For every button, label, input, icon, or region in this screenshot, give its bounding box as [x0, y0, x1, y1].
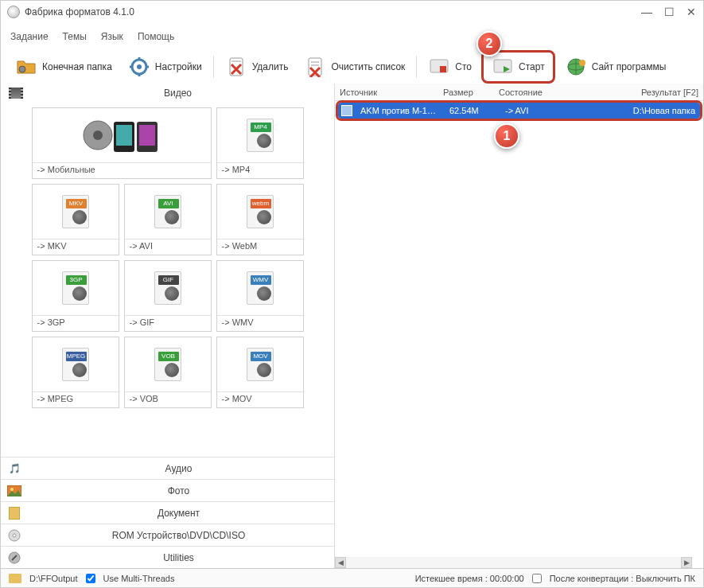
minimize-button[interactable]: — [641, 6, 652, 18]
settings-button[interactable]: Настройки [122, 53, 208, 81]
format-label: -> GIF [125, 315, 211, 331]
format-tile[interactable]: MOV-> MOV [216, 337, 304, 408]
website-button[interactable]: Сайт программы [558, 53, 673, 81]
start-button[interactable]: Старт [488, 54, 548, 80]
col-source[interactable]: Источник [335, 88, 438, 97]
video-category-header[interactable]: Видео [1, 84, 334, 103]
menu-help[interactable]: Помощь [138, 31, 174, 42]
category-audio[interactable]: 🎵 Аудио [1, 457, 334, 479]
col-state[interactable]: Состояние [494, 88, 589, 97]
svg-point-20 [93, 130, 103, 140]
category-utilities[interactable]: Utilities [1, 546, 334, 568]
maximize-button[interactable]: ☐ [663, 6, 675, 18]
format-thumb [33, 108, 211, 162]
file-icon: 3GP [62, 271, 89, 305]
format-badge: MP4 [251, 123, 271, 132]
cell-result: D:\Новая папка [596, 106, 700, 115]
category-document[interactable]: Документ [1, 501, 334, 524]
statusbar: D:\FFOutput Use Multi-Threads Истекшее в… [1, 568, 703, 587]
file-icon: VOB [154, 348, 181, 381]
format-badge: VOB [158, 352, 179, 361]
folder-icon[interactable] [9, 574, 21, 583]
film-icon [9, 88, 23, 99]
svg-rect-27 [9, 507, 20, 520]
col-result[interactable]: Результат [F2] [589, 88, 703, 97]
video-file-icon [341, 105, 352, 116]
left-panel: Видео -> МобильныеMP4-> MP4MKV-> MKVAVI-… [1, 84, 335, 568]
globe-icon [565, 56, 587, 78]
toolbar: Конечная папка Настройки Удалить Очистит… [1, 50, 703, 84]
scroll-left-icon[interactable]: ◀ [335, 557, 346, 568]
format-scroll[interactable]: -> МобильныеMP4-> MP4MKV-> MKVAVI-> AVIw… [1, 103, 334, 457]
format-tile[interactable]: MPEG-> MPEG [32, 337, 119, 408]
output-folder-button[interactable]: Конечная папка [9, 53, 119, 81]
reel-icon [257, 286, 271, 301]
titlebar: Фабрика форматов 4.1.0 — ☐ ✕ [1, 1, 703, 23]
separator [213, 56, 214, 78]
format-thumb: MKV [33, 185, 119, 239]
format-badge: MKV [66, 199, 87, 208]
col-size[interactable]: Размер [438, 88, 494, 97]
stop-label: Сто [455, 61, 472, 72]
format-tile[interactable]: webm-> WebM [216, 184, 304, 255]
format-tile[interactable]: WMV-> WMV [216, 260, 304, 332]
separator [416, 56, 417, 78]
horizontal-scrollbar[interactable]: ◀ ▶ [335, 557, 692, 568]
format-label: -> Мобильные [33, 162, 211, 178]
format-thumb: VOB [125, 337, 211, 391]
format-tile[interactable]: MP4-> MP4 [216, 107, 304, 179]
output-folder-label: Конечная папка [42, 61, 112, 72]
gear-icon [128, 56, 150, 78]
callout-badge-1: 1 [494, 123, 519, 149]
svg-point-18 [579, 60, 585, 66]
format-tile[interactable]: 3GP-> 3GP [32, 260, 119, 332]
format-tile[interactable]: GIF-> GIF [124, 260, 212, 332]
play-icon [492, 56, 514, 78]
stop-button[interactable]: Сто [422, 53, 478, 81]
format-thumb: GIF [125, 261, 211, 315]
file-list[interactable]: AKM против M-16.... 62.54M -> AVI D:\Нов… [335, 101, 703, 568]
svg-point-29 [13, 534, 16, 537]
format-badge: MPEG [66, 352, 87, 361]
cell-size: 62.54M [445, 106, 500, 115]
app-icon [7, 6, 20, 18]
music-icon: 🎵 [7, 461, 21, 476]
delete-label: Удалить [252, 61, 289, 72]
after-convert-label: После конвертации : Выключить ПК [550, 574, 695, 583]
category-photo[interactable]: Фото [1, 479, 334, 501]
file-icon: MPEG [62, 348, 89, 381]
format-tile[interactable]: -> Мобильные [32, 107, 212, 179]
menu-theme[interactable]: Темы [63, 31, 87, 42]
menu-task[interactable]: Задание [10, 31, 49, 42]
format-tile[interactable]: MKV-> MKV [32, 184, 119, 255]
scroll-track[interactable] [346, 557, 681, 568]
format-thumb: 3GP [33, 261, 119, 315]
format-tile[interactable]: VOB-> VOB [124, 337, 212, 408]
file-icon: webm [247, 195, 274, 228]
file-icon: GIF [154, 271, 181, 305]
delete-button[interactable]: Удалить [219, 53, 295, 81]
right-panel: Источник Размер Состояние Результат [F2]… [335, 84, 703, 568]
photo-icon [7, 484, 21, 498]
after-convert-checkbox[interactable] [532, 574, 542, 583]
format-label: -> MPEG [33, 391, 119, 407]
reel-icon [257, 210, 271, 224]
format-tile[interactable]: AVI-> AVI [124, 184, 212, 255]
reel-icon [257, 134, 271, 148]
clear-list-button[interactable]: Очистить список [298, 53, 411, 81]
menu-language[interactable]: Язык [101, 31, 123, 42]
format-label: -> WMV [217, 315, 303, 331]
format-badge: AVI [158, 199, 179, 208]
clear-icon [304, 56, 326, 78]
video-label: Видео [29, 88, 326, 99]
close-button[interactable]: ✕ [686, 6, 697, 18]
format-label: -> MKV [33, 239, 119, 255]
category-rom[interactable]: ROM Устройство\DVD\CD\ISO [1, 524, 334, 546]
output-path[interactable]: D:\FFOutput [29, 574, 78, 583]
window-title: Фабрика форматов 4.1.0 [25, 6, 641, 18]
file-row-selected[interactable]: AKM против M-16.... 62.54M -> AVI D:\Нов… [338, 103, 700, 119]
scroll-right-icon[interactable]: ▶ [681, 557, 692, 568]
multi-threads-checkbox[interactable] [86, 574, 95, 583]
format-thumb: MPEG [33, 337, 119, 391]
file-icon: WMV [247, 271, 274, 305]
